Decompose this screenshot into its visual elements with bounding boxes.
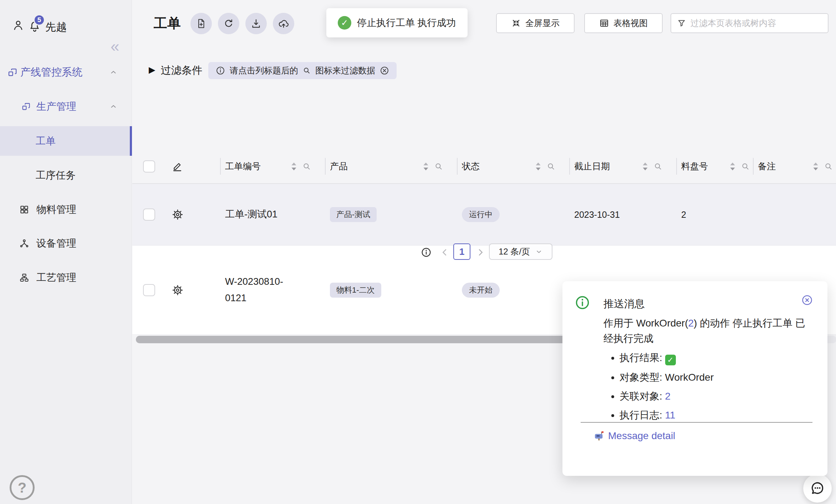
- chevron-up-icon[interactable]: [109, 68, 118, 77]
- sort-icon[interactable]: [422, 161, 430, 171]
- sidebar-item-label: 生产管理: [36, 100, 76, 113]
- column-header-due-date[interactable]: 截止日期: [569, 149, 676, 183]
- row-checkbox[interactable]: [143, 284, 155, 296]
- column-search-icon[interactable]: [434, 162, 443, 171]
- page-filter-field[interactable]: [671, 13, 829, 33]
- sidebar-item-label: 工艺管理: [36, 271, 76, 284]
- current-page-button[interactable]: 1: [453, 243, 470, 260]
- flowchart-icon: [19, 273, 29, 283]
- column-label: 产品: [330, 160, 348, 172]
- help-button[interactable]: ?: [10, 475, 35, 500]
- sort-icon[interactable]: [290, 161, 298, 171]
- exec-logs-link[interactable]: 11: [665, 410, 676, 421]
- column-header-tray-no[interactable]: 料盘号: [676, 149, 753, 183]
- modules-icon: [7, 67, 18, 78]
- fullscreen-icon: [511, 18, 521, 28]
- column-label: 料盘号: [681, 160, 708, 172]
- table-view-button[interactable]: 表格视图: [584, 13, 663, 33]
- mailbox-icon: [594, 431, 605, 441]
- bullet-related-objects: 关联对象: 2: [620, 390, 714, 403]
- close-circle-icon[interactable]: [801, 294, 813, 306]
- info-circle-icon: [575, 295, 590, 310]
- toast-message: 停止执行工单 执行成功: [357, 16, 456, 29]
- column-label: 状态: [462, 160, 480, 172]
- sidebar-item-work-orders[interactable]: 工单: [0, 126, 132, 156]
- column-search-icon[interactable]: [824, 162, 833, 171]
- column-header-status[interactable]: 状态: [457, 149, 569, 183]
- question-icon: ?: [18, 480, 26, 496]
- gear-icon[interactable]: [172, 284, 184, 296]
- workorder-count-link[interactable]: 2: [688, 318, 694, 329]
- filter-hint-text-before: 请点击列标题后的: [230, 65, 298, 76]
- chat-button[interactable]: [803, 474, 832, 503]
- status-badge: 运行中: [462, 207, 500, 222]
- page-filter-input[interactable]: [690, 18, 822, 28]
- sidebar-item-process-tasks[interactable]: 工序任务: [0, 160, 132, 190]
- page-size-select[interactable]: 12 条/页: [489, 243, 552, 260]
- close-circle-icon[interactable]: [379, 66, 389, 76]
- column-header-order-no[interactable]: 工单编号: [220, 149, 325, 183]
- sidebar-item-label: 工单: [36, 134, 56, 148]
- chevron-down-icon: [535, 248, 543, 256]
- cell-order-no[interactable]: W-20230810-0121: [225, 276, 283, 303]
- filter-conditions-bar: ▶ 过滤条件 请点击列标题后的 图标来过滤数据: [132, 61, 836, 82]
- sidebar-item-material-mgmt[interactable]: 物料管理: [0, 195, 132, 225]
- new-record-button[interactable]: [190, 13, 212, 34]
- notification-badge[interactable]: 5: [34, 14, 45, 26]
- success-toast: ✓ 停止执行工单 执行成功: [326, 8, 468, 37]
- sort-icon[interactable]: [534, 161, 542, 171]
- fullscreen-button[interactable]: 全屏显示: [496, 13, 575, 33]
- user-row: 5 先越: [0, 0, 132, 39]
- cell-order-no[interactable]: 工单-测试01: [225, 209, 310, 220]
- sidebar-item-system[interactable]: 产线管控系统: [0, 57, 132, 87]
- fullscreen-label: 全屏显示: [525, 17, 560, 29]
- column-search-icon[interactable]: [653, 162, 663, 171]
- chevron-up-icon[interactable]: [109, 102, 118, 111]
- column-label: 工单编号: [225, 160, 261, 172]
- next-page-icon[interactable]: [475, 247, 485, 257]
- pagination-info-icon[interactable]: [420, 247, 432, 258]
- row-select-cell: [132, 209, 220, 221]
- sidebar-collapse-icon[interactable]: «: [111, 38, 119, 54]
- filter-hint-text-after: 图标来过滤数据: [315, 65, 375, 76]
- message-detail-link[interactable]: Message detail: [594, 430, 675, 442]
- sidebar-item-label: 工序任务: [36, 169, 76, 182]
- push-card-body: 作用于 WorkOrder(2) 的动作 停止执行工单 已经执行完成: [603, 315, 815, 346]
- bullet-object-type: 对象类型: WorkOrder: [620, 371, 714, 384]
- select-all-checkbox[interactable]: [143, 160, 155, 173]
- column-search-icon[interactable]: [741, 162, 750, 171]
- sidebar-item-label: 设备管理: [36, 237, 76, 250]
- prev-page-icon[interactable]: [440, 247, 450, 257]
- user-name[interactable]: 先越: [45, 20, 67, 35]
- sort-icon[interactable]: [641, 161, 649, 171]
- push-card-title: 推送消息: [603, 297, 645, 311]
- sidebar-item-process-mgmt[interactable]: 工艺管理: [0, 263, 132, 293]
- filter-hint-chip: 请点击列标题后的 图标来过滤数据: [208, 62, 397, 79]
- row-checkbox[interactable]: [143, 209, 155, 221]
- sidebar-item-production-mgmt[interactable]: 生产管理: [0, 92, 132, 122]
- table-row[interactable]: 工单-测试01 产品-测试 运行中 2023-10-31 2: [132, 184, 836, 246]
- sort-icon[interactable]: [812, 161, 820, 171]
- column-header-remark[interactable]: 备注: [753, 149, 836, 183]
- column-search-icon[interactable]: [546, 162, 556, 171]
- column-header-product[interactable]: 产品: [325, 149, 457, 183]
- download-button[interactable]: [245, 13, 267, 34]
- edit-pencil-icon[interactable]: [172, 161, 183, 172]
- sort-icon[interactable]: [729, 161, 736, 171]
- product-chip[interactable]: 产品-测试: [330, 207, 377, 222]
- related-objects-link[interactable]: 2: [665, 391, 671, 402]
- upload-button[interactable]: [273, 13, 294, 34]
- expand-triangle-icon[interactable]: ▶: [149, 65, 155, 75]
- info-icon: [215, 66, 225, 76]
- user-avatar-icon[interactable]: [12, 19, 24, 31]
- search-icon: [302, 66, 311, 75]
- gear-icon[interactable]: [172, 209, 184, 221]
- product-chip[interactable]: 物料1-二次: [330, 283, 381, 298]
- push-card-bullet-list: 执行结果: ✓ 对象类型: WorkOrder 关联对象: 2 执行日志: 11: [620, 351, 714, 427]
- refresh-button[interactable]: [218, 13, 239, 34]
- sidebar: 5 先越 « 产线管控系统 生产管理 工单 工序任务: [0, 0, 132, 504]
- sidebar-item-equipment-mgmt[interactable]: 设备管理: [0, 228, 132, 258]
- message-detail-label: Message detail: [608, 430, 675, 442]
- column-search-icon[interactable]: [302, 162, 311, 171]
- sidebar-item-label: 物料管理: [36, 203, 76, 216]
